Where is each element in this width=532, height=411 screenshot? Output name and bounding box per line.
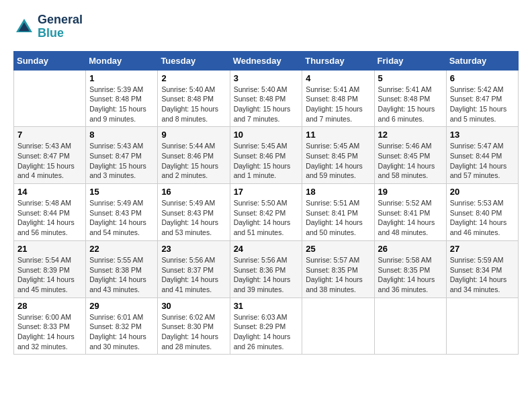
day-info: Sunrise: 5:45 AM Sunset: 8:45 PM Dayligh… [306, 141, 370, 181]
day-number: 17 [234, 187, 299, 197]
day-info: Sunrise: 5:57 AM Sunset: 8:35 PM Dayligh… [306, 255, 370, 295]
day-cell [302, 298, 374, 355]
day-info: Sunrise: 5:56 AM Sunset: 8:36 PM Dayligh… [234, 255, 299, 295]
day-cell: 28Sunrise: 6:00 AM Sunset: 8:33 PM Dayli… [14, 298, 86, 355]
day-number: 2 [161, 73, 226, 83]
day-number: 30 [161, 301, 226, 311]
day-cell: 11Sunrise: 5:45 AM Sunset: 8:45 PM Dayli… [302, 127, 374, 184]
day-number: 21 [17, 244, 82, 254]
day-cell: 8Sunrise: 5:43 AM Sunset: 8:47 PM Daylig… [86, 127, 158, 184]
day-info: Sunrise: 5:41 AM Sunset: 8:48 PM Dayligh… [378, 85, 443, 124]
day-info: Sunrise: 5:45 AM Sunset: 8:46 PM Dayligh… [234, 141, 299, 181]
day-info: Sunrise: 5:48 AM Sunset: 8:44 PM Dayligh… [17, 198, 82, 238]
day-number: 24 [234, 244, 299, 254]
day-number: 26 [378, 244, 443, 254]
week-row-3: 14Sunrise: 5:48 AM Sunset: 8:44 PM Dayli… [14, 184, 519, 241]
day-cell: 5Sunrise: 5:41 AM Sunset: 8:48 PM Daylig… [374, 70, 446, 127]
day-number: 25 [306, 244, 370, 254]
day-cell: 16Sunrise: 5:49 AM Sunset: 8:43 PM Dayli… [158, 184, 230, 241]
day-info: Sunrise: 6:02 AM Sunset: 8:30 PM Dayligh… [161, 312, 226, 352]
weekday-header-row: SundayMondayTuesdayWednesdayThursdayFrid… [14, 51, 519, 70]
day-number: 1 [89, 73, 154, 83]
calendar-table: SundayMondayTuesdayWednesdayThursdayFrid… [13, 51, 519, 355]
day-number: 31 [234, 301, 299, 311]
day-number: 14 [17, 187, 82, 197]
day-number: 9 [161, 130, 226, 140]
day-number: 4 [306, 73, 370, 83]
day-info: Sunrise: 5:41 AM Sunset: 8:48 PM Dayligh… [306, 85, 370, 124]
day-cell: 10Sunrise: 5:45 AM Sunset: 8:46 PM Dayli… [230, 127, 302, 184]
day-info: Sunrise: 5:58 AM Sunset: 8:35 PM Dayligh… [378, 255, 443, 295]
day-number: 10 [234, 130, 299, 140]
day-number: 6 [450, 73, 515, 83]
day-info: Sunrise: 5:50 AM Sunset: 8:42 PM Dayligh… [234, 198, 299, 238]
day-info: Sunrise: 5:52 AM Sunset: 8:41 PM Dayligh… [378, 198, 443, 238]
day-number: 7 [17, 130, 82, 140]
day-info: Sunrise: 5:47 AM Sunset: 8:44 PM Dayligh… [450, 141, 515, 181]
day-cell: 1Sunrise: 5:39 AM Sunset: 8:48 PM Daylig… [86, 70, 158, 127]
day-info: Sunrise: 5:49 AM Sunset: 8:43 PM Dayligh… [89, 198, 154, 238]
day-number: 5 [378, 73, 443, 83]
day-info: Sunrise: 5:40 AM Sunset: 8:48 PM Dayligh… [161, 85, 226, 124]
day-number: 22 [89, 244, 154, 254]
day-number: 27 [450, 244, 515, 254]
day-info: Sunrise: 5:51 AM Sunset: 8:41 PM Dayligh… [306, 198, 370, 238]
day-info: Sunrise: 5:56 AM Sunset: 8:37 PM Dayligh… [161, 255, 226, 295]
day-cell: 29Sunrise: 6:01 AM Sunset: 8:32 PM Dayli… [86, 298, 158, 355]
logo-text: General Blue [38, 13, 83, 40]
day-number: 11 [306, 130, 370, 140]
day-cell: 6Sunrise: 5:42 AM Sunset: 8:47 PM Daylig… [446, 70, 518, 127]
weekday-header-sunday: Sunday [14, 51, 86, 70]
day-cell: 26Sunrise: 5:58 AM Sunset: 8:35 PM Dayli… [374, 240, 446, 298]
day-cell: 20Sunrise: 5:53 AM Sunset: 8:40 PM Dayli… [446, 184, 518, 241]
day-number: 20 [450, 187, 515, 197]
day-cell: 25Sunrise: 5:57 AM Sunset: 8:35 PM Dayli… [302, 240, 374, 298]
day-number: 23 [161, 244, 226, 254]
day-number: 12 [378, 130, 443, 140]
day-cell: 22Sunrise: 5:55 AM Sunset: 8:38 PM Dayli… [86, 240, 158, 298]
weekday-header-tuesday: Tuesday [158, 51, 230, 70]
day-number: 19 [378, 187, 443, 197]
logo: General Blue [13, 13, 83, 40]
day-info: Sunrise: 5:39 AM Sunset: 8:48 PM Dayligh… [89, 85, 154, 124]
day-info: Sunrise: 5:43 AM Sunset: 8:47 PM Dayligh… [89, 141, 154, 181]
day-cell: 14Sunrise: 5:48 AM Sunset: 8:44 PM Dayli… [14, 184, 86, 241]
day-cell [446, 298, 518, 355]
day-info: Sunrise: 5:55 AM Sunset: 8:38 PM Dayligh… [89, 255, 154, 295]
day-info: Sunrise: 6:01 AM Sunset: 8:32 PM Dayligh… [89, 312, 154, 352]
day-info: Sunrise: 5:49 AM Sunset: 8:43 PM Dayligh… [161, 198, 226, 238]
day-info: Sunrise: 5:44 AM Sunset: 8:46 PM Dayligh… [161, 141, 226, 181]
day-info: Sunrise: 5:46 AM Sunset: 8:45 PM Dayligh… [378, 141, 443, 181]
day-cell: 24Sunrise: 5:56 AM Sunset: 8:36 PM Dayli… [230, 240, 302, 298]
day-cell: 3Sunrise: 5:40 AM Sunset: 8:48 PM Daylig… [230, 70, 302, 127]
day-cell: 21Sunrise: 5:54 AM Sunset: 8:39 PM Dayli… [14, 240, 86, 298]
day-cell: 7Sunrise: 5:43 AM Sunset: 8:47 PM Daylig… [14, 127, 86, 184]
weekday-header-saturday: Saturday [446, 51, 518, 70]
day-cell: 19Sunrise: 5:52 AM Sunset: 8:41 PM Dayli… [374, 184, 446, 241]
day-number: 13 [450, 130, 515, 140]
weekday-header-friday: Friday [374, 51, 446, 70]
week-row-5: 28Sunrise: 6:00 AM Sunset: 8:33 PM Dayli… [14, 298, 519, 355]
day-number: 18 [306, 187, 370, 197]
day-number: 15 [89, 187, 154, 197]
day-number: 16 [161, 187, 226, 197]
weekday-header-monday: Monday [86, 51, 158, 70]
day-cell: 2Sunrise: 5:40 AM Sunset: 8:48 PM Daylig… [158, 70, 230, 127]
day-number: 8 [89, 130, 154, 140]
day-cell: 30Sunrise: 6:02 AM Sunset: 8:30 PM Dayli… [158, 298, 230, 355]
day-info: Sunrise: 5:59 AM Sunset: 8:34 PM Dayligh… [450, 255, 515, 295]
day-info: Sunrise: 6:03 AM Sunset: 8:29 PM Dayligh… [234, 312, 299, 352]
day-info: Sunrise: 5:40 AM Sunset: 8:48 PM Dayligh… [234, 85, 299, 124]
day-cell: 18Sunrise: 5:51 AM Sunset: 8:41 PM Dayli… [302, 184, 374, 241]
day-cell [14, 70, 86, 127]
day-info: Sunrise: 5:42 AM Sunset: 8:47 PM Dayligh… [450, 85, 515, 124]
day-number: 29 [89, 301, 154, 311]
weekday-header-thursday: Thursday [302, 51, 374, 70]
day-cell: 17Sunrise: 5:50 AM Sunset: 8:42 PM Dayli… [230, 184, 302, 241]
page-header: General Blue [13, 13, 519, 40]
day-info: Sunrise: 5:54 AM Sunset: 8:39 PM Dayligh… [17, 255, 82, 295]
day-number: 3 [234, 73, 299, 83]
day-info: Sunrise: 5:53 AM Sunset: 8:40 PM Dayligh… [450, 198, 515, 238]
week-row-4: 21Sunrise: 5:54 AM Sunset: 8:39 PM Dayli… [14, 240, 519, 298]
week-row-2: 7Sunrise: 5:43 AM Sunset: 8:47 PM Daylig… [14, 127, 519, 184]
